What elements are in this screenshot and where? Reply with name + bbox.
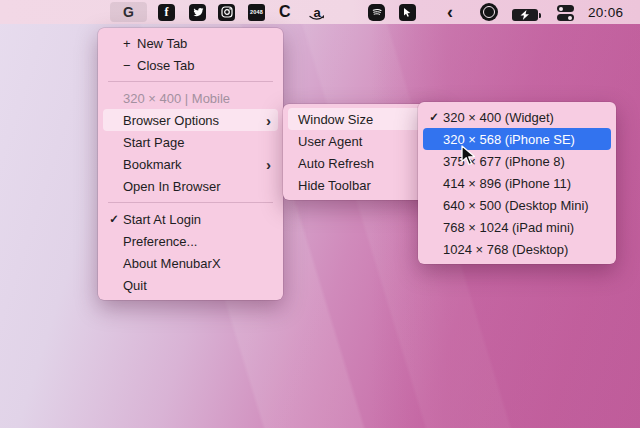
- checkmark-icon: ✓: [425, 110, 443, 124]
- menu-item-label: User Agent: [298, 134, 362, 149]
- menu-item-current-size: 320 × 400 | Mobile: [103, 87, 278, 109]
- menu-item-label: New Tab: [137, 36, 187, 51]
- checkmark-icon: ✓: [105, 212, 123, 226]
- twitter-icon[interactable]: [189, 3, 206, 21]
- minus-icon: −: [123, 58, 137, 73]
- menubarx-main-menu: + New Tab − Close Tab 320 × 400 | Mobile…: [98, 28, 283, 300]
- menu-item-size-desktop[interactable]: 1024 × 768 (Desktop): [423, 238, 611, 260]
- menu-item-start-at-login[interactable]: ✓ Start At Login: [103, 208, 278, 230]
- menu-item-window-size[interactable]: Window Size ›: [288, 108, 439, 130]
- menu-item-label: Quit: [123, 278, 147, 293]
- menu-item-label: 640 × 500 (Desktop Mini): [443, 198, 589, 213]
- menu-separator: [108, 81, 273, 82]
- menu-item-label: Auto Refresh: [298, 156, 374, 171]
- menu-item-label: About MenubarX: [123, 256, 221, 271]
- instagram-icon[interactable]: [218, 3, 235, 21]
- spotify-icon[interactable]: [368, 3, 385, 21]
- menu-item-label: 320 × 400 | Mobile: [123, 91, 230, 106]
- facebook-letter: f: [165, 5, 169, 20]
- chevron-left-icon[interactable]: ‹: [447, 3, 453, 21]
- menu-item-label: Bookmark: [123, 157, 182, 172]
- menu-item-about-menubarx[interactable]: About MenubarX: [103, 252, 278, 274]
- menu-item-quit[interactable]: Quit: [103, 274, 278, 296]
- submenu-arrow-icon: ›: [258, 157, 271, 172]
- menu-item-label: 768 × 1024 (iPad mini): [443, 220, 574, 235]
- battery-charging-icon[interactable]: [512, 6, 538, 24]
- menu-item-label: Window Size: [298, 112, 373, 127]
- menu-item-preference[interactable]: Preference...: [103, 230, 278, 252]
- menu-item-close-tab[interactable]: − Close Tab: [103, 54, 278, 76]
- menu-item-label: Start At Login: [123, 212, 201, 227]
- amazon-icon[interactable]: a: [308, 3, 326, 21]
- menu-item-user-agent[interactable]: User Agent ›: [288, 130, 439, 152]
- menu-item-label: Preference...: [123, 234, 197, 249]
- menu-item-label: Browser Options: [123, 113, 219, 128]
- desktop-screen: G f 2048 C a ‹: [0, 0, 640, 428]
- menu-item-bookmark[interactable]: Bookmark ›: [103, 153, 278, 175]
- facebook-icon[interactable]: f: [158, 3, 175, 21]
- menubarx-app-icon[interactable]: G: [110, 2, 147, 22]
- menu-separator: [108, 202, 273, 203]
- c-letter: C: [279, 3, 291, 21]
- menu-item-label: Open In Browser: [123, 179, 221, 194]
- menu-item-label: Close Tab: [137, 58, 195, 73]
- toggles-icon[interactable]: [557, 4, 574, 22]
- window-size-submenu: ✓ 320 × 400 (Widget) 320 × 568 (iPhone S…: [418, 102, 616, 264]
- menu-item-hide-toolbar[interactable]: Hide Toolbar: [288, 174, 439, 196]
- menu-item-start-page[interactable]: Start Page: [103, 131, 278, 153]
- menu-item-size-iphone-se[interactable]: 320 × 568 (iPhone SE): [423, 128, 611, 150]
- menu-item-size-iphone-8[interactable]: 375 × 677 (iPhone 8): [423, 150, 611, 172]
- menu-item-open-in-browser[interactable]: Open In Browser: [103, 175, 278, 197]
- plus-icon: +: [123, 36, 137, 51]
- menu-item-label: 375 × 677 (iPhone 8): [443, 154, 565, 169]
- menu-item-label: 320 × 400 (Widget): [443, 110, 554, 125]
- menu-item-new-tab[interactable]: + New Tab: [103, 32, 278, 54]
- g-icon: G: [123, 4, 134, 20]
- game-2048-label: 2048: [250, 9, 263, 15]
- menu-item-label: 1024 × 768 (Desktop): [443, 242, 568, 257]
- menu-item-label: Start Page: [123, 135, 184, 150]
- game-2048-icon[interactable]: 2048: [248, 3, 265, 21]
- menu-item-label: 414 × 896 (iPhone 11): [443, 176, 571, 191]
- menu-item-size-ipad-mini[interactable]: 768 × 1024 (iPad mini): [423, 216, 611, 238]
- menu-bar: G f 2048 C a ‹: [0, 0, 640, 24]
- record-icon[interactable]: [480, 3, 498, 21]
- submenu-arrow-icon: ›: [258, 113, 271, 128]
- menu-item-browser-options[interactable]: Browser Options ›: [103, 109, 278, 131]
- menu-bar-clock[interactable]: 20:06: [588, 3, 623, 21]
- menu-item-size-widget[interactable]: ✓ 320 × 400 (Widget): [423, 106, 611, 128]
- menu-item-auto-refresh[interactable]: Auto Refresh ›: [288, 152, 439, 174]
- menu-item-size-desktop-mini[interactable]: 640 × 500 (Desktop Mini): [423, 194, 611, 216]
- menu-item-size-iphone-11[interactable]: 414 × 896 (iPhone 11): [423, 172, 611, 194]
- menu-item-label: 320 × 568 (iPhone SE): [443, 132, 575, 147]
- menu-item-label: Hide Toolbar: [298, 178, 371, 193]
- pointer-app-icon[interactable]: [399, 3, 416, 21]
- c-app-icon[interactable]: C: [279, 3, 291, 21]
